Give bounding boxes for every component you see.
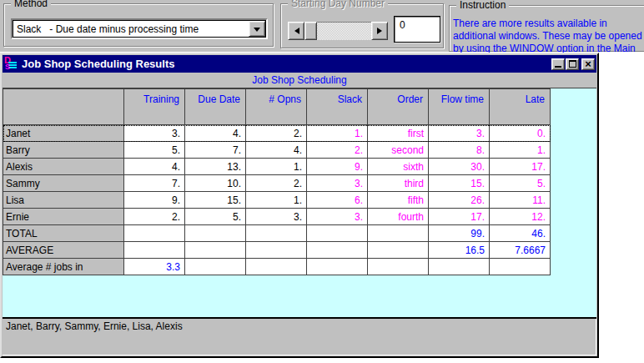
- cell[interactable]: 3.: [307, 209, 368, 225]
- cell[interactable]: 16.5: [429, 242, 490, 259]
- window-titlebar[interactable]: D S Job Shop Scheduling Results ×: [3, 55, 596, 73]
- minimize-icon: [555, 66, 561, 68]
- row-label[interactable]: Average # jobs in: [3, 259, 124, 275]
- cell[interactable]: 5.: [490, 175, 551, 192]
- cell[interactable]: 8.: [429, 142, 490, 159]
- cell[interactable]: 3.: [307, 175, 368, 192]
- starting-day-group-label: Starting Day Number: [288, 0, 388, 9]
- starting-day-scrollbar[interactable]: [288, 22, 388, 40]
- cell[interactable]: [246, 259, 307, 275]
- cell[interactable]: 9.: [307, 159, 368, 175]
- cell[interactable]: [490, 259, 551, 275]
- cell[interactable]: 6.: [307, 192, 368, 209]
- scroll-right-button[interactable]: [371, 22, 388, 40]
- cell[interactable]: 7.6667: [490, 242, 551, 259]
- table-row: Sammy 7. 10. 2. 3. third 15. 5.: [3, 175, 551, 192]
- row-label[interactable]: Barry: [3, 142, 124, 159]
- cell[interactable]: 7.: [185, 142, 246, 159]
- cell[interactable]: [246, 242, 307, 259]
- cell[interactable]: 12.: [490, 209, 551, 225]
- cell[interactable]: [368, 225, 429, 242]
- cell[interactable]: third: [368, 175, 429, 192]
- cell[interactable]: [368, 259, 429, 275]
- cell[interactable]: 17.: [490, 159, 551, 175]
- row-label[interactable]: AVERAGE: [3, 242, 124, 259]
- cell[interactable]: first: [368, 125, 429, 142]
- cell[interactable]: 1.: [307, 125, 368, 142]
- cell[interactable]: 15.: [429, 175, 490, 192]
- close-button[interactable]: ×: [581, 58, 595, 70]
- column-header: Flow time: [429, 89, 490, 125]
- cell[interactable]: [124, 242, 185, 259]
- cell[interactable]: 46.: [490, 225, 551, 242]
- cell[interactable]: [307, 242, 368, 259]
- cell[interactable]: 3.: [429, 125, 490, 142]
- cell[interactable]: 9.: [124, 192, 185, 209]
- cell[interactable]: 2.: [124, 209, 185, 225]
- cell[interactable]: 3.: [124, 125, 185, 142]
- row-label[interactable]: Janet: [3, 125, 124, 142]
- cell[interactable]: 4.: [124, 159, 185, 175]
- cell[interactable]: 2.: [246, 175, 307, 192]
- cell[interactable]: 15.: [185, 192, 246, 209]
- cell[interactable]: 10.: [185, 175, 246, 192]
- cell[interactable]: 3.: [246, 209, 307, 225]
- cell[interactable]: [368, 242, 429, 259]
- maximize-icon: [569, 60, 576, 68]
- scroll-left-button[interactable]: [288, 22, 304, 40]
- cell[interactable]: 4.: [246, 142, 307, 159]
- cell[interactable]: 5.: [185, 209, 246, 225]
- column-header: Order: [368, 89, 429, 125]
- sequence-text: Janet, Barry, Sammy, Ernie, Lisa, Alexis: [6, 320, 183, 332]
- cell[interactable]: [246, 225, 307, 242]
- row-label[interactable]: TOTAL: [3, 225, 124, 242]
- row-label[interactable]: Lisa: [3, 192, 124, 209]
- cell[interactable]: 1.: [490, 142, 551, 159]
- table-row: Janet 3. 4. 2. 1. first 3. 0.: [3, 125, 551, 142]
- cell[interactable]: 11.: [490, 192, 551, 209]
- close-icon: ×: [585, 60, 591, 68]
- cell[interactable]: sixth: [368, 159, 429, 175]
- minimize-button[interactable]: [551, 58, 565, 70]
- starting-day-input[interactable]: 0: [394, 16, 440, 43]
- cell[interactable]: [307, 225, 368, 242]
- cell[interactable]: 17.: [429, 209, 490, 225]
- cell[interactable]: [185, 225, 246, 242]
- cell[interactable]: [185, 242, 246, 259]
- cell[interactable]: [429, 259, 490, 275]
- top-control-panel: Method Slack - Due date minus processing…: [0, 0, 644, 52]
- cell[interactable]: 0.: [490, 125, 551, 142]
- scrollbar-track[interactable]: [317, 22, 371, 40]
- cell[interactable]: fourth: [368, 209, 429, 225]
- table-row: Barry 5. 7. 4. 2. second 8. 1.: [3, 142, 551, 159]
- scrollbar-thumb[interactable]: [304, 22, 317, 40]
- maximize-button[interactable]: [566, 58, 579, 70]
- method-dropdown[interactable]: Slack - Due date minus processing time: [11, 18, 268, 39]
- cell[interactable]: 2.: [307, 142, 368, 159]
- row-label[interactable]: Ernie: [3, 209, 124, 225]
- method-dropdown-button[interactable]: [249, 21, 265, 37]
- cell[interactable]: [185, 259, 246, 275]
- cell[interactable]: 26.: [429, 192, 490, 209]
- cell[interactable]: 5.: [124, 142, 185, 159]
- cell[interactable]: [307, 259, 368, 275]
- column-header: Late: [490, 89, 551, 125]
- cell[interactable]: fifth: [368, 192, 429, 209]
- cell[interactable]: 99.: [429, 225, 490, 242]
- cell[interactable]: 13.: [185, 159, 246, 175]
- row-label[interactable]: Alexis: [3, 159, 124, 175]
- cell[interactable]: 30.: [429, 159, 490, 175]
- chevron-down-icon: [254, 28, 260, 35]
- column-header: [3, 89, 124, 125]
- row-label[interactable]: Sammy: [3, 175, 124, 192]
- cell[interactable]: 1.: [246, 159, 307, 175]
- cell[interactable]: 1.: [246, 192, 307, 209]
- cell[interactable]: 4.: [185, 125, 246, 142]
- cell[interactable]: [124, 225, 185, 242]
- cell[interactable]: second: [368, 142, 429, 159]
- cell[interactable]: 7.: [124, 175, 185, 192]
- table-row: Lisa 9. 15. 1. 6. fifth 26. 11.: [3, 192, 551, 209]
- cell[interactable]: 2.: [246, 125, 307, 142]
- spreadsheet-area: Job Shop Scheduling Training Due Date # …: [3, 73, 596, 317]
- cell[interactable]: 3.3: [124, 259, 185, 275]
